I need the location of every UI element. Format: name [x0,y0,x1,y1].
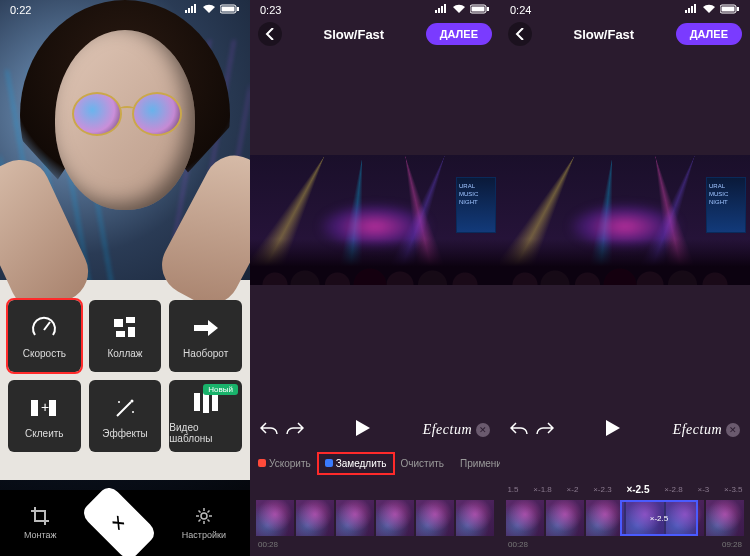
tab-speedup[interactable]: Ускорить [250,458,319,469]
svg-point-14 [132,411,134,413]
status-bar: 0:23 [250,0,500,16]
tile-label: Эффекты [102,428,147,439]
arrow-right-icon [192,314,220,342]
play-button[interactable] [356,420,370,440]
bottom-nav: Монтаж + Настройки [0,490,250,556]
nav-montage[interactable]: Монтаж [24,507,57,540]
svg-rect-15 [194,393,200,411]
svg-text:+: + [41,399,49,415]
scale-tick: ×-1.8 [533,485,551,494]
timeline-selection[interactable]: ×-2.5 [620,500,698,536]
timeline-thumb [376,500,414,536]
undo-button[interactable] [260,421,278,439]
scale-tick: ×-2 [567,485,579,494]
timeline-thumb [546,500,584,536]
timeline-thumb [506,500,544,536]
battery-icon [720,4,740,16]
timeline-thumb [256,500,294,536]
timeline-thumb [456,500,494,536]
timeline-start-label: 00:28 [508,540,528,549]
stage-poster: URAL MUSIC NIGHT [456,177,496,233]
next-button[interactable]: ДАЛЕЕ [426,23,492,45]
status-time: 0:23 [260,4,281,16]
svg-rect-20 [472,7,485,12]
svg-rect-2 [237,7,239,11]
battery-icon [470,4,490,16]
svg-rect-17 [212,395,218,411]
crop-icon [31,507,49,527]
nav-create[interactable]: + [90,502,148,544]
status-icons [684,4,740,16]
wand-icon [111,394,139,422]
redo-button[interactable] [286,421,304,439]
brand-watermark[interactable]: Efectum✕ [423,422,490,438]
svg-point-18 [201,513,207,519]
tile-templates[interactable]: Новый Видео шаблоны [169,380,242,452]
tile-speed[interactable]: Скорость [8,300,81,372]
tile-label: Склеить [25,428,63,439]
new-badge: Новый [203,384,238,395]
tile-label: Скорость [23,348,66,359]
header: Slow/Fast ДАЛЕЕ [250,16,500,52]
svg-rect-7 [128,327,135,337]
brand-label: Efectum [423,422,472,438]
close-icon[interactable]: ✕ [726,423,740,437]
nav-settings[interactable]: Настройки [182,507,226,540]
scale-tick: ×-3 [697,485,709,494]
playback-row: Efectum✕ [250,415,500,445]
tab-clear[interactable]: Очистить [393,458,453,469]
tile-reverse[interactable]: Наоборот [169,300,242,372]
screen-slowfast-tabs: 0:23 Slow/Fast ДАЛЕЕ URAL MUSIC NIGHT Ef… [250,0,500,556]
plus-icon: + [80,484,159,556]
video-preview[interactable]: URAL MUSIC NIGHT [500,155,750,285]
nav-label: Монтаж [24,530,57,540]
tile-merge[interactable]: + Склеить [8,380,81,452]
timeline-thumb [416,500,454,536]
tab-label: Замедлить [336,458,387,469]
play-button[interactable] [606,420,620,440]
tile-collage[interactable]: Коллаж [89,300,162,372]
svg-point-12 [130,399,133,402]
back-button[interactable] [508,22,532,46]
scale-tick: ×-2.3 [593,485,611,494]
speed-scale[interactable]: 1.5 ×-1.8 ×-2 ×-2.3 ×-2.5 ×-2.8 ×-3 ×-3.… [500,480,750,498]
marker-label: ×-2.5 [650,514,668,523]
signal-icon [184,4,198,16]
wifi-icon [202,4,216,16]
back-button[interactable] [258,22,282,46]
battery-icon [220,4,240,16]
signal-icon [684,4,698,16]
tile-effects[interactable]: Эффекты [89,380,162,452]
close-icon[interactable]: ✕ [476,423,490,437]
tile-label: Видео шаблоны [169,422,242,444]
wifi-icon [452,4,466,16]
collage-icon [111,314,139,342]
svg-rect-4 [114,319,123,327]
header-title: Slow/Fast [324,27,385,42]
status-icons [184,4,240,16]
status-bar: 0:24 [500,0,750,16]
redo-button[interactable] [536,421,554,439]
hero-photo [0,0,250,556]
minus-blue-icon [325,459,333,467]
undo-button[interactable] [510,421,528,439]
timeline-thumb [296,500,334,536]
next-button[interactable]: ДАЛЕЕ [676,23,742,45]
screen-slowfast-scale: 0:24 Slow/Fast ДАЛЕЕ URAL MUSIC NIGHT Ef… [500,0,750,556]
status-time: 0:22 [10,4,31,16]
video-preview[interactable]: URAL MUSIC NIGHT [250,155,500,285]
gear-icon [195,507,213,527]
tab-slowdown[interactable]: Замедлить [319,454,393,473]
scale-tick: ×-2.8 [664,485,682,494]
playback-row: Efectum✕ [500,415,750,445]
svg-rect-9 [49,400,56,416]
nav-label: Настройки [182,530,226,540]
stage-poster: URAL MUSIC NIGHT [706,177,746,233]
svg-rect-8 [31,400,38,416]
timeline[interactable] [256,500,494,536]
wifi-icon [702,4,716,16]
svg-rect-21 [487,7,489,11]
svg-rect-5 [126,317,135,323]
brand-watermark[interactable]: Efectum✕ [673,422,740,438]
svg-rect-24 [737,7,739,11]
